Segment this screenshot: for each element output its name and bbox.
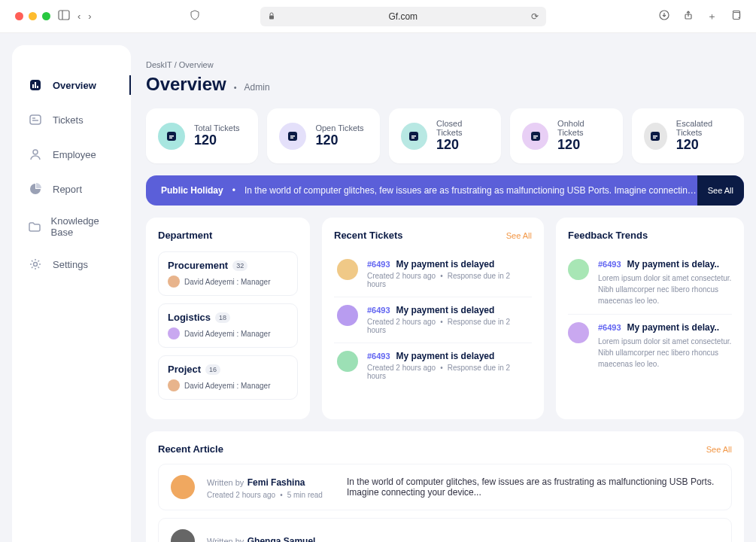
stat-icon	[401, 123, 427, 150]
svg-rect-2	[269, 15, 274, 19]
sidebar-item-label: Knowledge Base	[51, 215, 117, 238]
svg-rect-7	[32, 84, 34, 88]
ticket-icon	[27, 111, 44, 128]
back-icon[interactable]: ‹	[77, 11, 80, 22]
feedback-card: Feedback Trends #6493My payment is delay…	[556, 218, 744, 419]
stat-value: 120	[194, 132, 240, 148]
lock-icon	[268, 11, 275, 22]
avatar	[568, 322, 589, 343]
dot-separator: •	[234, 83, 237, 92]
sidebar-item-knowledge-base[interactable]: Knowledge Base	[12, 206, 131, 247]
share-icon[interactable]	[683, 10, 694, 23]
pie-icon	[27, 181, 44, 197]
sidebar-item-settings[interactable]: Settings	[12, 247, 131, 282]
department-item[interactable]: Project16David Adeyemi : Manager	[158, 355, 298, 400]
article-item[interactable]: Written by Femi FashinaCreated 2 hours a…	[158, 464, 732, 510]
department-item[interactable]: Logistics18David Adeyemi : Manager	[158, 303, 298, 348]
page-title: Overview	[146, 74, 226, 95]
sidebar-item-label: Overview	[53, 80, 96, 91]
department-item[interactable]: Procurement32David Adeyemi : Manager	[158, 251, 298, 296]
stat-card[interactable]: Total Tickets120	[146, 108, 258, 163]
recent-article-see-all[interactable]: See All	[706, 445, 732, 454]
sidebar-item-employee[interactable]: Employee	[12, 137, 131, 172]
department-name: Procurement	[168, 260, 228, 271]
article-item[interactable]: Written by Gbenga Samuel	[158, 518, 732, 542]
download-icon[interactable]	[659, 10, 669, 23]
sidebar-item-tickets[interactable]: Tickets	[12, 102, 131, 137]
new-tab-icon[interactable]: ＋	[707, 10, 717, 23]
svg-rect-19	[290, 136, 295, 137]
svg-rect-16	[169, 136, 174, 137]
svg-point-14	[34, 263, 38, 266]
stat-card[interactable]: Open Tickets120	[267, 108, 379, 163]
stat-icon	[644, 123, 667, 150]
url-text: Gf.com	[388, 11, 417, 22]
avatar	[168, 327, 180, 340]
main-content: DeskIT / Overview Overview • Admin Total…	[131, 45, 744, 542]
ticket-id: #6493	[367, 352, 390, 361]
department-count-badge: 18	[215, 312, 230, 323]
ticket-item[interactable]: #6493My payment is delayedCreated 2 hour…	[334, 343, 532, 388]
stat-card[interactable]: Closed Tickets120	[389, 108, 501, 163]
feedback-title: My payment is delay..	[627, 322, 720, 333]
avatar	[337, 305, 358, 326]
forward-icon[interactable]: ›	[88, 11, 91, 22]
banner-see-all[interactable]: See All	[697, 175, 744, 206]
article-author: Femi Fashina	[247, 477, 305, 488]
stat-icon	[279, 123, 306, 150]
sidebar-item-overview[interactable]: Overview	[12, 68, 131, 102]
feedback-item[interactable]: #6493My payment is delay..Lorem ipsum do…	[568, 314, 732, 377]
svg-rect-29	[653, 137, 656, 139]
ticket-meta: Created 2 hours ago•Response due in 2 ho…	[367, 272, 529, 288]
stat-card[interactable]: Onhold Tickets120	[510, 108, 622, 163]
stat-label: Total Tickets	[194, 123, 240, 132]
user-icon	[27, 146, 44, 163]
sidebar-item-report[interactable]: Report	[12, 172, 131, 206]
page-role: Admin	[244, 82, 270, 93]
svg-rect-8	[35, 82, 36, 88]
feedback-desc: Lorem ipsum dolor sit amet consectetur. …	[598, 336, 732, 370]
ticket-item[interactable]: #6493My payment is delayedCreated 2 hour…	[334, 297, 532, 343]
avatar	[337, 259, 358, 280]
ticket-item[interactable]: #6493My payment is delayedCreated 2 hour…	[334, 251, 532, 297]
banner-text: In the world of computer glitches, few i…	[244, 185, 697, 196]
ticket-id: #6493	[367, 260, 390, 269]
svg-point-13	[33, 150, 38, 154]
reload-icon[interactable]: ⟳	[531, 11, 539, 22]
stat-value: 120	[557, 137, 611, 153]
window-controls	[15, 12, 50, 20]
feedback-id: #6493	[598, 323, 621, 332]
sidebar-toggle-icon[interactable]	[58, 10, 70, 23]
svg-rect-0	[59, 11, 69, 20]
svg-rect-9	[37, 86, 38, 88]
feedback-item[interactable]: #6493My payment is delay..Lorem ipsum do…	[568, 251, 732, 314]
gear-icon	[27, 256, 44, 273]
close-icon[interactable]	[15, 12, 23, 20]
minimize-icon[interactable]	[29, 12, 37, 20]
feedback-desc: Lorem ipsum dolor sit amet consectetur. …	[598, 273, 732, 306]
banner-tag: Public Holiday	[161, 185, 223, 196]
article-body: In the world of computer glitches, few i…	[347, 477, 719, 498]
svg-rect-23	[411, 137, 414, 139]
stat-value: 120	[315, 132, 363, 148]
recent-tickets-see-all[interactable]: See All	[506, 231, 532, 240]
stat-value: 120	[436, 137, 489, 153]
shield-icon[interactable]	[190, 10, 200, 23]
stat-card[interactable]: Escalated Tickets120	[632, 108, 744, 163]
department-count-badge: 16	[205, 364, 220, 375]
avatar	[168, 379, 180, 391]
article-by-label: Written by	[207, 478, 244, 487]
feedback-title: My payment is delay..	[627, 259, 720, 269]
address-bar[interactable]: Gf.com ⟳	[260, 7, 546, 26]
sidebar: OverviewTicketsEmployeeReportKnowledge B…	[12, 45, 131, 542]
department-name: Project	[168, 364, 201, 375]
maximize-icon[interactable]	[42, 12, 50, 20]
department-manager: David Adeyemi : Manager	[184, 382, 271, 390]
department-count-badge: 32	[232, 260, 247, 271]
article-meta: Created 2 hours ago•5 min read	[207, 491, 335, 499]
sidebar-item-label: Settings	[53, 259, 88, 270]
ticket-title: My payment is delayed	[396, 305, 495, 315]
tabs-icon[interactable]	[730, 10, 741, 23]
ticket-title: My payment is delayed	[396, 351, 495, 361]
bar-icon	[27, 77, 44, 93]
